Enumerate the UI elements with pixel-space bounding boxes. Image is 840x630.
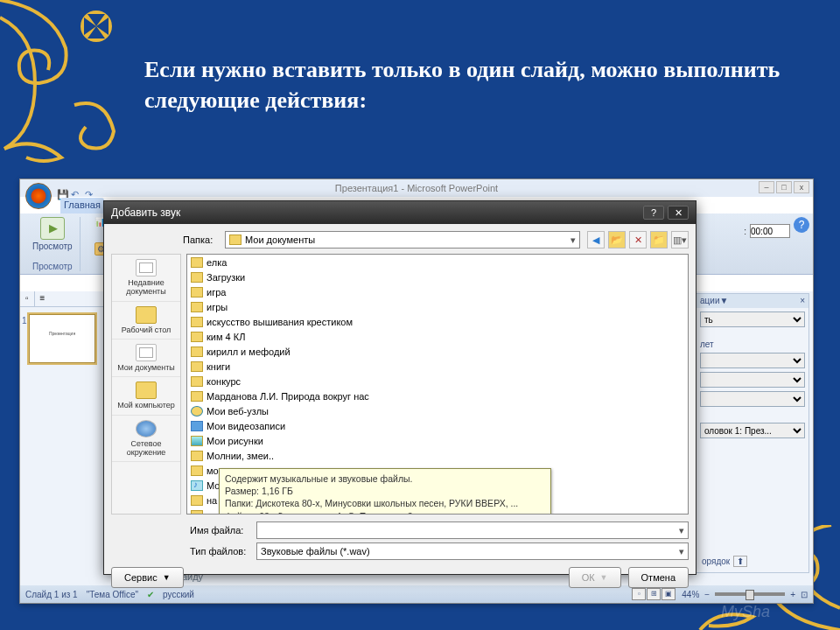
ribbon-tabs: Главная <box>60 198 104 214</box>
tooltip-line-3: Папки: Дискотека 80-х, Минусовки школьны… <box>225 497 545 509</box>
time-input[interactable] <box>750 224 790 238</box>
tooltip: Содержит музыкальные и звуковые файлы. Р… <box>219 468 551 514</box>
folder-combo[interactable]: Мои документы ▾ <box>225 231 580 248</box>
file-item[interactable]: елка <box>187 255 688 270</box>
place-item[interactable]: Сетевое окружение <box>112 416 180 463</box>
preview-button[interactable]: Просмотр <box>32 217 73 251</box>
place-item[interactable]: Рабочий стол <box>112 302 180 340</box>
slides-tab[interactable]: ▫ <box>20 291 35 306</box>
file-item[interactable]: конкурс <box>187 374 688 388</box>
ok-button[interactable]: ОК▼ <box>569 567 621 588</box>
filename-input[interactable]: ▾ <box>256 522 689 539</box>
task-speed-select[interactable] <box>700 391 805 407</box>
up-button[interactable]: 📂 <box>608 231 626 248</box>
ppt-titlebar: 💾 ↶ ↷ Презентация1 - Microsoft PowerPoin… <box>20 179 813 197</box>
file-item[interactable]: Мои видеозаписи <box>187 418 688 433</box>
ribbon-tab-home[interactable]: Главная <box>60 198 104 214</box>
new-folder-button[interactable]: 📁 <box>650 231 668 248</box>
place-label: Сетевое окружение <box>114 439 178 458</box>
file-item[interactable]: ким 4 КЛ <box>187 329 688 344</box>
view-sorter-icon[interactable]: ⊞ <box>647 588 661 600</box>
place-label: Мой компьютер <box>117 401 175 410</box>
folder-icon <box>191 510 203 515</box>
zoom-slider[interactable] <box>715 592 785 596</box>
folder-icon <box>191 376 203 387</box>
task-item-select[interactable]: оловок 1: През... <box>700 423 805 438</box>
file-name: игры <box>206 302 228 312</box>
close-button[interactable]: x <box>794 181 809 193</box>
zoom-out-icon[interactable]: − <box>704 590 710 599</box>
time-label: : <box>744 227 746 236</box>
file-item[interactable]: книги <box>187 359 688 374</box>
folder-icon <box>191 302 203 312</box>
slide-thumbnail[interactable]: Презентация <box>29 314 95 363</box>
folder-icon <box>191 317 203 327</box>
task-start-select[interactable] <box>700 353 805 368</box>
tools-button[interactable]: Сервис▼ <box>111 567 184 588</box>
chevron-down-icon[interactable]: ▾ <box>570 234 576 246</box>
status-theme: "Тема Office" <box>87 590 138 599</box>
web-icon <box>191 406 203 416</box>
chevron-down-icon[interactable]: ▾ <box>679 546 684 557</box>
dialog-help-button[interactable]: ? <box>643 206 664 220</box>
file-item[interactable]: Загрузки <box>187 270 688 284</box>
folder-icon <box>191 287 203 298</box>
place-item[interactable]: Мой компьютер <box>112 377 180 415</box>
file-item[interactable]: игра <box>187 284 688 299</box>
outline-tab[interactable]: ≡ <box>35 291 51 306</box>
file-name: елка <box>206 257 227 268</box>
reorder-up-icon[interactable]: ⬆ <box>733 556 747 567</box>
file-name: Загрузки <box>206 272 245 283</box>
place-item[interactable]: Недавние документы <box>112 255 180 302</box>
place-icon <box>136 344 157 361</box>
help-icon[interactable]: ? <box>794 217 809 233</box>
view-show-icon[interactable]: ▣ <box>662 588 676 600</box>
place-icon <box>136 306 157 324</box>
back-button[interactable]: ◀ <box>587 231 605 248</box>
folder-icon <box>191 466 203 476</box>
status-language[interactable]: русский <box>163 590 194 599</box>
task-label: лет <box>700 340 805 349</box>
task-close-icon[interactable]: × <box>800 296 805 306</box>
file-name: ким 4 КЛ <box>206 332 245 342</box>
task-pane-title: ации <box>700 296 719 306</box>
file-name: Марданова Л.И. Природа вокруг нас <box>206 391 369 402</box>
reorder-label: орядок <box>702 556 730 566</box>
view-normal-icon[interactable]: ▫ <box>632 588 646 600</box>
place-icon <box>136 382 157 399</box>
places-bar: Недавние документыРабочий столМои докуме… <box>111 254 181 514</box>
zoom-percent[interactable]: 44% <box>682 590 699 599</box>
task-effect-select[interactable]: ть <box>700 312 805 327</box>
delete-button[interactable]: ✕ <box>629 231 647 248</box>
cancel-button[interactable]: Отмена <box>628 567 689 588</box>
file-item[interactable]: кирилл и мефодий <box>187 344 688 359</box>
minimize-button[interactable]: – <box>759 181 774 193</box>
zoom-in-icon[interactable]: + <box>790 590 795 599</box>
chevron-down-icon[interactable]: ▾ <box>679 525 684 536</box>
file-item[interactable]: Мои рисунки <box>187 433 688 448</box>
file-item[interactable]: игры <box>187 299 688 314</box>
office-button[interactable] <box>25 183 52 209</box>
file-item[interactable]: Марданова Л.И. Природа вокруг нас <box>187 388 688 403</box>
file-item[interactable]: Мои веб-узлы <box>187 403 688 418</box>
play-icon <box>40 217 65 240</box>
zoom-fit-icon[interactable]: ⊡ <box>801 590 808 599</box>
tooltip-line-1: Содержит музыкальные и звуковые файлы. <box>225 472 545 485</box>
task-chevron-icon[interactable]: ▼ <box>719 296 728 306</box>
ornament-top-left <box>0 0 140 166</box>
pics-icon <box>191 436 203 446</box>
dialog-close-button[interactable]: ✕ <box>668 206 689 220</box>
dialog-titlebar: Добавить звук ? ✕ <box>104 201 696 224</box>
file-item[interactable]: искусство вышивания крестиком <box>187 314 688 329</box>
maximize-button[interactable]: □ <box>776 181 792 193</box>
folder-icon <box>191 272 203 283</box>
task-prop-select[interactable] <box>700 372 805 388</box>
watermark: MySha <box>721 603 770 621</box>
place-item[interactable]: Мои документы <box>112 340 180 377</box>
preview-group-label: Просмотр <box>32 262 73 271</box>
slide-title: Если нужно вставить только в один слайд,… <box>144 54 788 116</box>
file-list[interactable]: елкаЗагрузкииграигрыискусство вышивания … <box>186 254 689 514</box>
views-button[interactable]: ▥▾ <box>671 231 689 248</box>
file-item[interactable]: Молнии, змеи.. <box>187 448 688 463</box>
filetype-select[interactable]: Звуковые файлы (*.wav) ▾ <box>256 542 689 560</box>
